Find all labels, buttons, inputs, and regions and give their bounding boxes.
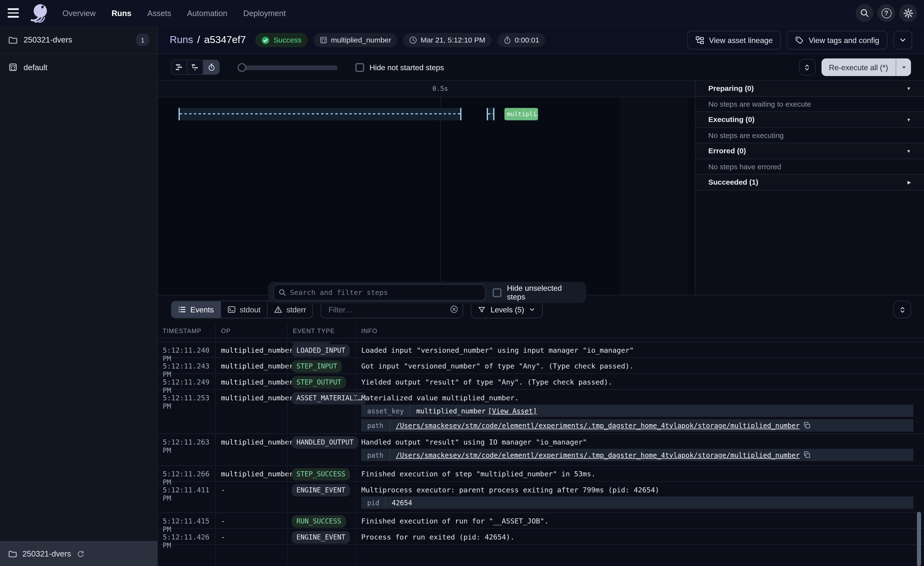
tab-stderr[interactable]: stderr (267, 301, 312, 318)
event-timestamp: 5:12:11.411 PM (158, 482, 215, 512)
view-flat-button[interactable] (171, 60, 188, 74)
asset-tag[interactable]: multiplied_number (313, 33, 397, 47)
zoom-slider[interactable] (237, 63, 338, 72)
section-preparing-body: No steps are waiting to execute (695, 97, 924, 112)
event-row[interactable]: 5:12:11.263 PM multiplied_number HANDLED… (158, 434, 924, 466)
event-type-badge[interactable]: ENGINE_EVENT (292, 531, 350, 543)
event-row[interactable]: 5:12:11.411 PM - ENGINE_EVENT Multiproce… (158, 482, 924, 513)
section-executing[interactable]: Executing (0) ▼ (695, 112, 924, 128)
breadcrumb: Runs / a5347ef7 (170, 34, 246, 46)
section-succeeded[interactable]: Succeeded (1) ▶ (695, 175, 924, 190)
sidebar-item-code-location[interactable]: 250321-dvers 1 (0, 27, 158, 54)
event-op: - (215, 482, 287, 512)
path-link[interactable]: /Users/smackesey/stm/code/elementl/exper… (390, 421, 800, 429)
event-row[interactable]: 5:12:11.426 PM - ENGINE_EVENT Process fo… (158, 529, 924, 545)
checkbox-box[interactable] (493, 288, 502, 297)
menu-icon[interactable] (7, 8, 20, 18)
slider-thumb[interactable] (237, 63, 246, 72)
slider-track[interactable] (237, 65, 338, 70)
nav-actions: ? (855, 4, 917, 22)
tab-events[interactable]: Events (171, 301, 220, 318)
dagster-app: Overview Runs Assets Automation Deployme… (0, 0, 924, 566)
search-button[interactable] (855, 4, 873, 22)
event-type-badge[interactable]: STEP_SUCCESS (292, 468, 350, 480)
gantt-planned-bar-small[interactable] (487, 108, 495, 120)
copy-icon[interactable] (803, 451, 811, 459)
view-asset-lineage-button[interactable]: View asset lineage (687, 31, 781, 50)
levels-dropdown[interactable]: Levels (5) (471, 301, 543, 318)
expand-collapse-button[interactable] (799, 59, 815, 75)
event-type-badge[interactable]: ENGINE_EVENT (292, 484, 350, 497)
path-link[interactable]: /Users/smackesey/stm/code/elementl/exper… (390, 451, 800, 459)
event-row[interactable]: 5:12:11.243 PM multiplied_number STEP_IN… (158, 358, 924, 374)
hide-not-started-checkbox[interactable]: Hide not started steps (356, 63, 444, 72)
log-filter-field (321, 301, 463, 318)
events-table: TIMESTAMP OP EVENT TYPE INFO 5:12:11.240… (158, 324, 924, 566)
step-search-input[interactable] (273, 284, 486, 301)
event-type-badge[interactable]: RUN_SUCCESS (292, 515, 346, 528)
view-tags-config-button[interactable]: View tags and config (787, 31, 887, 50)
event-row[interactable]: 5:12:11.249 PM multiplied_number STEP_OU… (158, 374, 924, 390)
view-tags-config-label: View tags and config (808, 36, 879, 44)
event-info: Finished execution of step "multiplied_n… (361, 466, 918, 478)
nav-item-automation[interactable]: Automation (187, 9, 228, 17)
event-row[interactable]: 5:12:11.253 PM multiplied_number ASSET_M… (158, 390, 924, 434)
events-table-header: TIMESTAMP OP EVENT TYPE INFO (158, 324, 924, 339)
gantt-body: multipli… Hide unselected steps (158, 98, 695, 295)
event-timestamp: 5:12:11.243 PM (158, 358, 215, 373)
sidebar-footer[interactable]: 250321-dvers (0, 541, 158, 566)
tab-stdout[interactable]: stdout (221, 301, 268, 318)
event-row[interactable]: 5:12:11.240 PM multiplied_number LOADED_… (158, 342, 924, 358)
section-errored[interactable]: Errored (0) ▼ (695, 143, 924, 160)
section-title: Preparing (0) (708, 84, 754, 93)
event-type-badge[interactable]: LOADED_INPUT (292, 345, 350, 357)
event-row[interactable]: 5:12:11.415 PM - RUN_SUCCESS Finished ex… (158, 513, 924, 529)
view-waterfall-button[interactable] (188, 60, 204, 74)
event-op: multiplied_number (215, 466, 287, 481)
copy-icon[interactable] (803, 422, 811, 429)
sidebar-item-default[interactable]: default (0, 54, 158, 81)
dagster-logo[interactable] (29, 2, 50, 24)
reexecute-split-button: Re-execute all (*) (821, 58, 911, 76)
nav-item-assets[interactable]: Assets (147, 9, 171, 17)
nav-item-runs[interactable]: Runs (111, 9, 131, 17)
expand-events-button[interactable] (893, 301, 911, 318)
event-timestamp: 5:12:11.253 PM (158, 390, 215, 434)
vertical-scrollbar[interactable] (917, 512, 921, 566)
hide-unselected-checkbox[interactable]: Hide unselected steps (493, 284, 581, 301)
tag-icon (795, 36, 804, 44)
refresh-icon[interactable] (76, 550, 84, 558)
header-more-button[interactable] (893, 31, 912, 50)
settings-button[interactable] (899, 4, 917, 22)
breadcrumb-runs-link[interactable]: Runs (170, 34, 193, 46)
event-type-badge[interactable]: STEP_INPUT (292, 360, 342, 373)
view-asset-lineage-label: View asset lineage (709, 36, 773, 44)
help-button[interactable]: ? (878, 4, 895, 22)
nav-item-overview[interactable]: Overview (62, 9, 96, 17)
gantt-planned-bar[interactable] (178, 108, 461, 120)
breadcrumb-separator: / (197, 34, 200, 46)
event-row[interactable]: 5:12:11.266 PM multiplied_number STEP_SU… (158, 466, 924, 482)
view-timed-button[interactable] (203, 60, 219, 74)
metadata-row-asset-key: asset_key multiplied_number [View Asset] (361, 405, 914, 417)
reexecute-caret-button[interactable] (896, 58, 911, 76)
checkbox-box[interactable] (356, 63, 364, 72)
gantt-chart: 0.5s multipli… (158, 81, 695, 295)
log-filter-input[interactable] (321, 301, 463, 318)
reexecute-all-button[interactable]: Re-execute all (*) (821, 58, 896, 76)
clear-filter-icon[interactable] (450, 305, 459, 314)
primary-nav: Overview Runs Assets Automation Deployme… (62, 9, 286, 17)
funnel-icon (478, 306, 486, 314)
view-asset-link[interactable]: [View Asset] (488, 406, 537, 415)
section-preparing[interactable]: Preparing (0) ▼ (695, 81, 924, 97)
metadata-value: multiplied_number (410, 406, 488, 415)
warning-triangle-icon (274, 306, 282, 314)
gantt-step-bar[interactable]: multipli… (504, 108, 538, 120)
event-type-badge[interactable]: HANDLED_OUTPUT (292, 436, 358, 449)
event-type-badge[interactable]: STEP_OUTPUT (292, 376, 346, 389)
nav-item-deployment[interactable]: Deployment (243, 9, 286, 17)
tab-stderr-label: stderr (286, 305, 306, 314)
asset-group-icon (8, 62, 18, 72)
run-id: a5347ef7 (204, 34, 246, 46)
gantt-view-mode-switcher (171, 60, 220, 75)
